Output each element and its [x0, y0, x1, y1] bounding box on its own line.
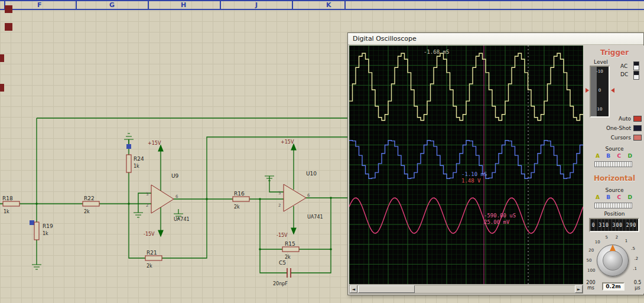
resistor-R24[interactable]	[126, 155, 131, 172]
scope-readout: -1.68 mS	[424, 49, 449, 55]
channel-d-label[interactable]: D	[627, 194, 632, 200]
scope-readout: -1.10 mS	[461, 171, 487, 177]
channel-a-label[interactable]: A	[596, 153, 600, 159]
power-label-neg: -15V	[277, 233, 288, 238]
resistor-R18[interactable]	[3, 201, 19, 206]
position-label: Position	[585, 211, 644, 217]
timebase-scale-.5: .5	[628, 246, 639, 251]
level-label: Level	[587, 59, 614, 65]
power-label-pos: +15V	[281, 139, 294, 145]
scroll-left-button[interactable]: ◄	[350, 285, 357, 293]
power-label-pos: +15V	[148, 141, 161, 146]
resistor-R24-value: 1k	[134, 164, 139, 169]
pin-number: 2	[146, 203, 148, 208]
resistor-R21[interactable]	[145, 256, 162, 260]
timebase-scale-20: 20	[586, 248, 597, 253]
resistor-R15[interactable]	[282, 247, 299, 252]
scope-readout: -590.00 uS	[484, 213, 516, 219]
power-label-neg: -15V	[144, 232, 155, 237]
resistor-R18-ref: R18	[2, 196, 13, 201]
scroll-thumb[interactable]	[358, 285, 415, 293]
channel-c-label[interactable]: C	[617, 194, 622, 200]
timebase-value-display: 0.2m	[602, 282, 625, 291]
horizontal-source-slider[interactable]	[594, 203, 632, 208]
resistor-R15-ref: R15	[285, 241, 295, 247]
resistor-R21-value: 2k	[147, 263, 152, 269]
trigger-level-meter[interactable]: -10010	[590, 66, 610, 118]
trigger-source-slider[interactable]	[594, 161, 632, 167]
channel-b-label[interactable]: B	[606, 153, 610, 159]
pin-number: 3	[278, 191, 281, 196]
resistor-R16-ref: R16	[234, 191, 245, 197]
capacitor-C5[interactable]	[287, 268, 291, 278]
knob-pointer-icon	[610, 245, 616, 251]
timebase-max-label: 0.5 μs	[632, 280, 643, 291]
wire-tap-square[interactable]	[126, 144, 131, 149]
timebase-scale-2: 2	[612, 235, 622, 240]
window-titlebar[interactable]: Digital Oscilloscope	[348, 33, 643, 45]
opamp-U10[interactable]	[284, 184, 306, 211]
capacitor-C5-value: 20npF	[273, 281, 288, 286]
scope-readout: 25.00 mV	[484, 219, 510, 225]
capacitor-C5-ref: C5	[279, 260, 286, 266]
knob-face	[603, 250, 623, 271]
wire-tap-square[interactable]	[30, 220, 34, 225]
resistor-R19[interactable]	[34, 222, 39, 240]
pin-number: 3	[146, 192, 148, 197]
timebase-scale-5: 5	[601, 235, 612, 240]
cursors-lamp[interactable]	[633, 135, 642, 141]
power-arrows	[158, 144, 296, 236]
timebase-scale-10: 10	[592, 240, 603, 245]
level-scale--10: -10	[591, 69, 609, 74]
level-marker-left-icon	[586, 88, 589, 93]
trigger-source-label: Source	[585, 146, 644, 152]
resistor-R18-value: 1k	[4, 209, 9, 214]
opamp-U10-ref: U10	[306, 171, 317, 177]
trigger-source-channels: ABCD	[596, 153, 632, 159]
resistor-R16-value: 2k	[234, 204, 240, 210]
oscilloscope-window: Digital Oscilloscope -1.68 mS-1.10 mS1.4…	[347, 32, 644, 295]
resistor-R22-value: 2k	[84, 209, 90, 214]
cursors-label: Cursors	[601, 135, 631, 141]
timebase-scale-50: 50	[584, 258, 594, 263]
resistor-R19-ref: R19	[43, 223, 53, 229]
position-display[interactable]: 0 310 300 290	[589, 218, 639, 232]
resistor-R15-value: 2k	[285, 255, 291, 260]
scope-scrollbar[interactable]: ◄ ►	[349, 285, 583, 294]
level-scale-0: 0	[591, 88, 609, 93]
scope-readout: 1.48 V	[461, 178, 481, 184]
control-panel: Trigger Level -10010 AC DC Auto One-Shot…	[585, 45, 644, 294]
channel-c-label[interactable]: C	[617, 153, 622, 159]
one-shot-lamp[interactable]	[633, 125, 642, 131]
resistor-R16[interactable]	[233, 197, 249, 201]
pin-number: 6	[307, 193, 310, 198]
one-shot-label: One-Shot	[597, 125, 631, 131]
horizontal-source-label: Source	[585, 187, 644, 193]
level-marker-right-icon	[611, 88, 614, 93]
horizontal-source-channels: ABCD	[596, 194, 632, 200]
timebase-scale-1: 1	[621, 239, 632, 243]
timebase-knob[interactable]	[597, 245, 629, 276]
opamp-U9-part: UA741	[174, 217, 190, 222]
channel-d-label[interactable]: D	[627, 153, 632, 159]
resistor-R24-ref: R24	[134, 156, 144, 162]
channel-b-label[interactable]: B	[606, 194, 610, 200]
ac-toggle[interactable]	[633, 61, 639, 70]
resistor-R22[interactable]	[83, 201, 99, 206]
opamp-U10-part: UA741	[307, 214, 323, 220]
proteus-workspace: { "window": { "title": "Digital Oscillos…	[0, 0, 644, 303]
dc-toggle[interactable]	[633, 71, 639, 80]
dc-label: DC	[620, 71, 628, 77]
timebase-scale-.2: .2	[631, 256, 642, 261]
window-title: Digital Oscilloscope	[353, 35, 417, 43]
horizontal-section-title: Horizontal	[585, 174, 644, 183]
scroll-right-button[interactable]: ►	[575, 285, 583, 293]
channel-a-label[interactable]: A	[596, 194, 600, 200]
schematic-canvas[interactable]: R18 R19 R22 R24 R21 R16 R15 C5 U9 U10 1k…	[0, 0, 347, 303]
auto-lamp[interactable]	[633, 116, 642, 122]
scope-display: -1.68 mS-1.10 mS1.48 V-590.00 uS25.00 mV	[349, 45, 583, 284]
opamp-U9[interactable]	[151, 185, 174, 213]
pin-number: 6	[175, 194, 178, 199]
auto-label: Auto	[601, 116, 631, 122]
ac-label: AC	[620, 63, 627, 69]
